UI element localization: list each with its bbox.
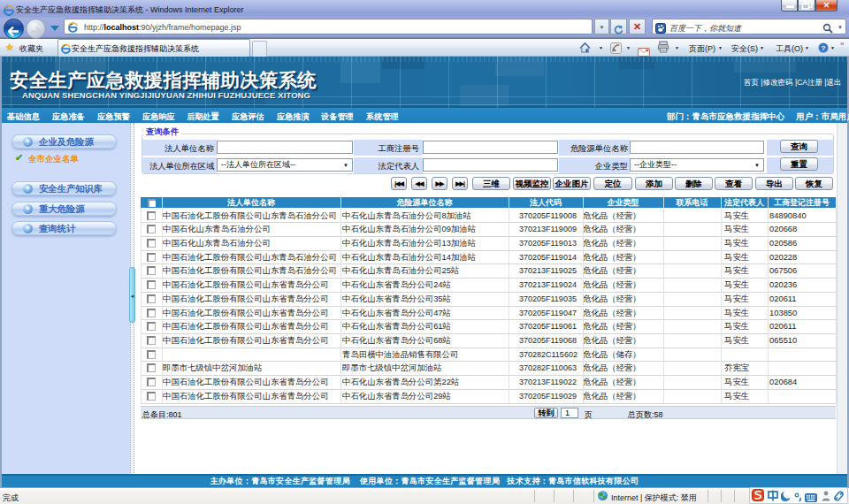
svg-text:?: ?	[822, 44, 826, 52]
